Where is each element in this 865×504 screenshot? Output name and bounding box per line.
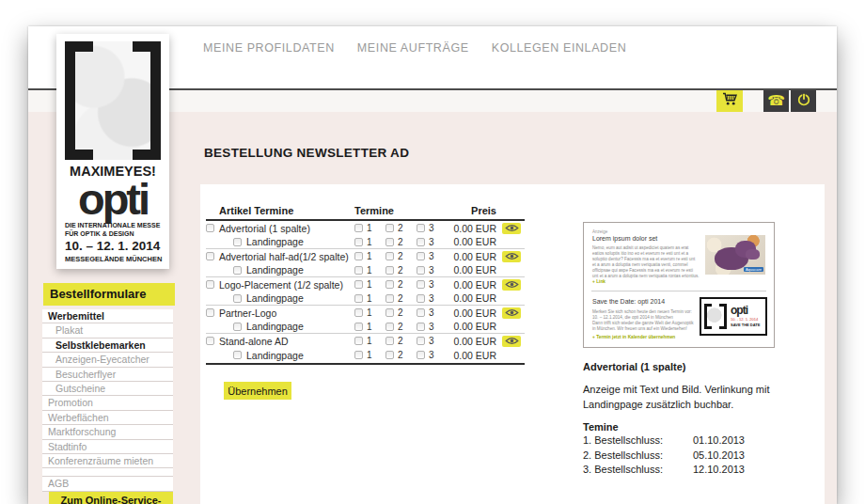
sidebar-menu: Werbemittel Plakat Selbstklebemarken Anz… (42, 309, 173, 492)
sidebar-item-agb[interactable]: AGB (42, 477, 173, 491)
table-row: Landingpage 1 2 3 0.00 EUR (206, 263, 525, 277)
termin-2-checkbox[interactable] (385, 294, 394, 303)
termin-3-checkbox[interactable] (417, 280, 425, 289)
brand-wordmark: opti (56, 173, 169, 225)
sidebar-item-gutscheine[interactable]: Gutscheine (42, 382, 173, 396)
brand-subtitle-1: DIE INTERNATIONALE MESSE (65, 222, 160, 228)
termin-2-checkbox[interactable] (385, 351, 394, 359)
article-checkbox[interactable] (206, 224, 214, 232)
article-label: Landingpage (246, 292, 304, 304)
sidebar-item-plakat[interactable]: Plakat (42, 323, 173, 338)
sidebar-item-anzeigen-eyecatcher[interactable]: Anzeigen-Eyecatcher (42, 353, 173, 367)
preview-eye-icon[interactable] (502, 336, 521, 347)
power-icon (796, 91, 811, 111)
col-termine: Termine (354, 205, 448, 216)
logout-button[interactable] (791, 90, 816, 112)
table-header: Artikel Termine Termine Preis (206, 201, 525, 216)
termin-3-checkbox[interactable] (417, 252, 425, 260)
termin-2-checkbox[interactable] (385, 238, 394, 246)
termin-2-checkbox[interactable] (385, 337, 394, 345)
article-checkbox[interactable] (233, 323, 242, 331)
sidebar-item-selbstklebemarken[interactable]: Selbstklebemarken (42, 339, 173, 353)
article-checkbox[interactable] (206, 280, 214, 289)
article-checkbox[interactable] (206, 337, 214, 345)
termin-2-checkbox[interactable] (385, 323, 394, 331)
article-checkbox[interactable] (206, 252, 214, 260)
termin-1-checkbox[interactable] (354, 308, 363, 317)
phone-button[interactable]: ☎ (763, 90, 789, 112)
preview-eye-icon[interactable] (502, 223, 521, 234)
price-value: 0.00 EUR (448, 236, 496, 247)
mini-date: 10. - 12. 1. 2014 (731, 317, 760, 322)
table-row: Landingpage 1 2 3 0.00 EUR (206, 348, 525, 362)
price-value: 0.00 EUR (448, 223, 496, 234)
save-the-date-logo: opti 10. - 12. 1. 2014 SAVE THE DATE (700, 297, 767, 336)
termin-1-checkbox[interactable] (354, 238, 363, 246)
table-row: Partner-Logo 1 2 3 0.00 EUR (206, 306, 525, 320)
preview-body-2a: Merken Sie sich schon heute den neuen Te… (592, 309, 698, 321)
termin-2-checkbox[interactable] (385, 266, 394, 275)
cart-icon (722, 92, 738, 110)
termin-2-checkbox[interactable] (385, 280, 394, 289)
deadline-row: 2. Bestellschluss: 05.10.2013 (583, 449, 745, 465)
article-checkbox[interactable] (233, 238, 242, 246)
preview-eye-icon[interactable] (502, 279, 521, 291)
nav-meine-profildaten[interactable]: MEINE PROFILDATEN (203, 41, 335, 55)
bracket-right-icon (133, 41, 161, 160)
termin-2-checkbox[interactable] (385, 224, 394, 232)
price-value: 0.00 EUR (448, 336, 496, 347)
sidebar-item-konferenzraeume[interactable]: Konferenzräume mieten (42, 454, 173, 468)
termin-1-checkbox[interactable] (354, 266, 363, 275)
article-checkbox[interactable] (233, 351, 242, 359)
termin-1-checkbox[interactable] (354, 351, 363, 359)
termin-3-checkbox[interactable] (417, 337, 425, 345)
article-label: Landingpage (246, 236, 304, 247)
sidebar-item-promotion[interactable]: Promotion (42, 396, 173, 410)
termin-1-checkbox[interactable] (354, 337, 363, 345)
termin-3-checkbox[interactable] (417, 266, 425, 275)
mini-wordmark: opti (731, 306, 760, 315)
table-row: Landingpage 1 2 3 0.00 EUR (206, 235, 525, 249)
deadline-list: 1. Bestellschluss: 01.10.2013 2. Bestell… (583, 434, 745, 479)
online-service-center-button[interactable]: Zum Online-Service-Center (49, 492, 173, 504)
termin-3-checkbox[interactable] (417, 224, 425, 232)
brand-dates: 10. – 12. 1. 2014 (65, 239, 160, 253)
table-bottom-rule (206, 363, 525, 365)
top-nav: MEINE PROFILDATEN MEINE AUFTRÄGE KOLLEGE… (203, 41, 626, 55)
preview-calendar-link: + Termin jetzt in Kalender übernehmen (592, 335, 675, 339)
preview-ad-tag: Anzeige (592, 229, 607, 234)
opti-bracket-logo-icon (65, 41, 161, 160)
termin-3-checkbox[interactable] (417, 238, 425, 246)
article-checkbox[interactable] (206, 308, 214, 317)
price-value: 0.00 EUR (448, 279, 496, 291)
termin-2-checkbox[interactable] (385, 252, 394, 260)
table-row: Advertorial (1 spalte) 1 2 3 0.00 EUR (206, 221, 525, 235)
termin-1-checkbox[interactable] (354, 252, 363, 260)
termin-3-checkbox[interactable] (417, 351, 425, 359)
page-title: BESTELLUNG NEWSLETTER AD (204, 146, 409, 160)
sidebar-item-stadtinfo[interactable]: Stadtinfo (42, 440, 173, 454)
uebernehmen-button[interactable]: Übernehmen (224, 382, 291, 400)
preview-eye-icon[interactable] (502, 307, 521, 319)
termin-3-checkbox[interactable] (417, 308, 425, 317)
article-checkbox[interactable] (233, 266, 242, 275)
sidebar-item-werbemittel[interactable]: Werbemittel (42, 309, 173, 323)
termin-3-checkbox[interactable] (417, 294, 425, 303)
termin-1-checkbox[interactable] (354, 323, 363, 331)
nav-meine-auftraege[interactable]: MEINE AUFTRÄGE (357, 41, 469, 55)
col-artikel-termine: Artikel Termine (206, 205, 354, 216)
termin-2-checkbox[interactable] (385, 308, 394, 317)
sidebar-item-werbeflaechen[interactable]: Werbeflächen (42, 411, 173, 425)
cart-button[interactable] (716, 90, 743, 112)
nav-kollegen-einladen[interactable]: KOLLEGEN EINLADEN (492, 41, 627, 55)
brand-subtitle-2: FÜR OPTIK & DESIGN (65, 230, 134, 237)
article-checkbox[interactable] (233, 294, 242, 303)
preview-eye-icon[interactable] (502, 251, 521, 262)
sidebar-item-besucherflyer[interactable]: Besucherflyer (42, 368, 173, 382)
sidebar-item-marktforschung[interactable]: Marktforschung (42, 425, 173, 439)
termin-1-checkbox[interactable] (354, 224, 363, 232)
termin-1-checkbox[interactable] (354, 294, 363, 303)
termin-3-checkbox[interactable] (417, 323, 425, 331)
brand-location: MESSEGELÄNDE MÜNCHEN (65, 255, 162, 263)
termin-1-checkbox[interactable] (354, 280, 363, 289)
